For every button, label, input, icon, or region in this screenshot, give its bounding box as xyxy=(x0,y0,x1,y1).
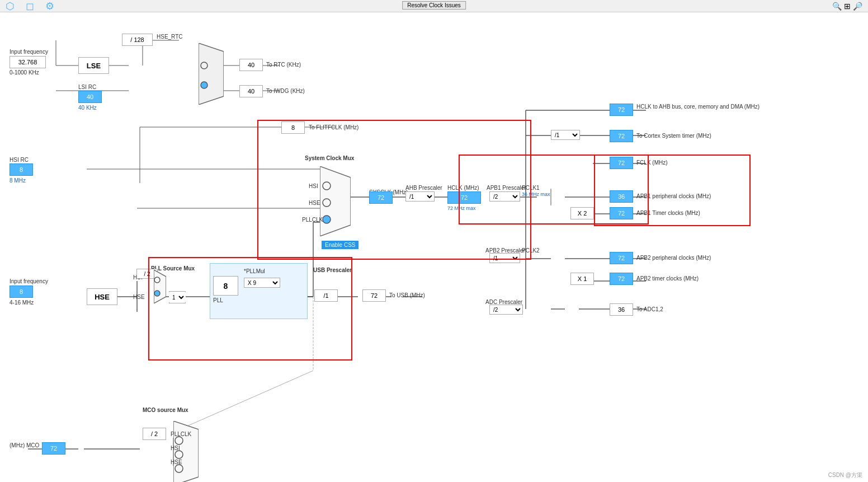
hsi-rc-unit: 8 MHz xyxy=(10,177,26,184)
svg-point-70 xyxy=(323,216,331,223)
fclk-value: 72 xyxy=(610,157,633,169)
nav-icon-2: ◻ xyxy=(26,0,34,12)
hse-box: HSE xyxy=(87,288,117,305)
mco-hse-label: HSE xyxy=(171,459,182,465)
pllclk-mux-label: PLLCLK xyxy=(302,217,323,223)
hsi-rc-label: HSI RC xyxy=(10,157,29,163)
cortex-timer-label: To Cortex System timer (MHz) xyxy=(636,133,711,139)
adc-out-value: 36 xyxy=(610,303,633,316)
apb1-timer-value: 72 xyxy=(610,207,633,219)
apb2-timer-label: APB2 timer clocks (MHz) xyxy=(636,275,699,282)
pclk1-label: PCLK1 xyxy=(522,185,540,191)
mco-out-label: (MHz) MCO xyxy=(10,442,39,448)
input-freq-top-label: Input frequency xyxy=(10,49,48,55)
apb2-x1: X 1 xyxy=(570,273,594,285)
apb1-prescaler-select[interactable]: /2 xyxy=(489,191,520,202)
apb2-periph-value: 72 xyxy=(610,252,633,264)
usb-div1-box: /1 xyxy=(314,289,338,302)
apb1-timer-x2: X 2 xyxy=(570,207,594,219)
main-container: ⬡ ◻ ⚙ Resolve Clock Issues 🔍 ⊞ 🔎 xyxy=(0,0,868,482)
pll-source-mux-shape xyxy=(154,270,166,303)
csdn-watermark: CSDN @方渠 xyxy=(828,471,862,479)
mco-mux-shape xyxy=(173,421,199,482)
pll-mul-select[interactable]: X 9 X 2 X 3 X 4 X 6 X 8 X 16 xyxy=(244,278,280,288)
to-iwdg-label: To IWDG (KHz) xyxy=(266,88,305,94)
lse-box: LSE xyxy=(78,57,109,74)
input-freq-top-range: 0-1000 KHz xyxy=(10,69,39,76)
flit-label: To FLITFCLK (MHz) xyxy=(309,124,358,130)
apb1-prescaler-label: APB1 Prescaler xyxy=(487,185,526,191)
top-bar: ⬡ ◻ ⚙ Resolve Clock Issues 🔍 ⊞ 🔎 xyxy=(0,0,868,12)
usb-prescaler-label: USB Prescaler xyxy=(313,267,352,273)
hclk-value: 72 xyxy=(447,191,481,204)
to-usb-label: To USB (MHz) xyxy=(389,292,425,298)
pll-div1-input: 1 xyxy=(169,291,186,303)
apb2-timer-value: 72 xyxy=(610,273,633,285)
pclk1-max: 36 MHz max xyxy=(522,191,550,197)
mco-pllclk-label: PLLCLK xyxy=(171,431,191,437)
pll-box-label: PLL xyxy=(213,297,223,303)
to-iwdg-value: 40 xyxy=(239,85,263,97)
mco-source-mux-label: MCO source Mux xyxy=(143,407,188,413)
mco-div2-box: / 2 xyxy=(143,428,166,440)
hclk-ahb-value: 72 xyxy=(610,104,633,116)
enable-css-button[interactable]: Enable CSS xyxy=(322,241,358,249)
apb2-periph-label: APB2 peripheral clocks (MHz) xyxy=(636,255,711,261)
resolve-button[interactable]: Resolve Clock Issues xyxy=(402,1,466,10)
rtc-mux-shape xyxy=(199,43,224,105)
apb1-periph-label: APB1 peripheral clocks (MHz) xyxy=(636,193,711,199)
input-freq-bottom-value: 8 xyxy=(10,286,33,298)
input-freq-bottom-label: Input frequency xyxy=(10,278,48,284)
pll-div1-select[interactable]: 1 xyxy=(169,292,186,302)
adc-prescaler-select[interactable]: /2 xyxy=(489,305,523,315)
diagram-svg xyxy=(0,12,868,482)
input-freq-top-value: 32.768 xyxy=(10,56,46,68)
lsi-rc-value: 40 xyxy=(78,91,102,103)
pll-value-box: 8 xyxy=(213,276,238,296)
to-rtc-label: To RTC (KHz) xyxy=(266,62,301,68)
nav-icon-1: ⬡ xyxy=(6,0,15,12)
ahb-prescaler-select[interactable]: /1 xyxy=(405,191,435,202)
hsi-rc-value: 8 xyxy=(10,163,33,176)
hclk-ahb-label: HCLK to AHB bus, core, memory and DMA (M… xyxy=(636,104,748,110)
cortex-timer-value: 72 xyxy=(610,130,633,142)
input-freq-bottom-range: 4-16 MHz xyxy=(10,300,34,306)
svg-marker-64 xyxy=(199,43,224,105)
nav-icon-3: ⚙ xyxy=(45,0,54,12)
lsi-rc-unit: 40 KHz xyxy=(78,105,97,111)
hse-rtc-label: HSE_RTC xyxy=(157,34,183,40)
hclk-label: HCLK (MHz) xyxy=(447,185,479,191)
ahb-prescaler-label: AHB Prescaler xyxy=(405,185,442,191)
apb1-periph-value: 36 xyxy=(610,190,633,203)
zoom-icons: 🔍 ⊞ 🔎 xyxy=(832,2,862,11)
pll-mul-label: *PLLMul xyxy=(244,268,265,274)
mco-out-value: 72 xyxy=(42,442,65,455)
hse-mux-label: HSE xyxy=(309,200,320,206)
hclk-max: 72 MHz max xyxy=(447,205,476,211)
pll-area: 8 PLL *PLLMul X 9 X 2 X 3 X 4 X 6 X 8 X … xyxy=(210,263,308,319)
cortex-timer-select[interactable]: /1 xyxy=(551,130,580,140)
svg-point-66 xyxy=(201,82,207,88)
svg-marker-67 xyxy=(320,166,351,236)
hsi-mux-label: HSI xyxy=(309,183,318,189)
pll-hse-label: HSE xyxy=(133,294,145,300)
diagram-area: Input frequency 32.768 0-1000 KHz LSE / … xyxy=(0,12,868,482)
svg-marker-71 xyxy=(154,270,166,303)
mco-hsi-label: HSI xyxy=(171,445,180,451)
flit-value: 8 xyxy=(281,121,305,134)
lsi-rc-label: LSI RC xyxy=(78,84,96,90)
to-rtc-value: 40 xyxy=(239,59,263,71)
apb2-prescaler-select[interactable]: /1 xyxy=(489,253,520,263)
apb1-timer-label: APB1 Timer clocks (MHz) xyxy=(636,210,700,216)
sys-clock-mux-label: System Clock Mux xyxy=(305,155,354,161)
sysclk-value: 72 xyxy=(369,191,393,204)
adc-out-label: To ADC1,2 xyxy=(636,306,663,312)
fclk-label: FCLK (MHz) xyxy=(636,160,668,166)
pclk2-label: PCLK2 xyxy=(522,247,540,254)
sys-clock-mux-shape xyxy=(320,166,351,236)
div128-box: / 128 xyxy=(122,34,153,46)
usb-72-box: 72 xyxy=(362,289,386,302)
svg-point-73 xyxy=(154,291,160,296)
